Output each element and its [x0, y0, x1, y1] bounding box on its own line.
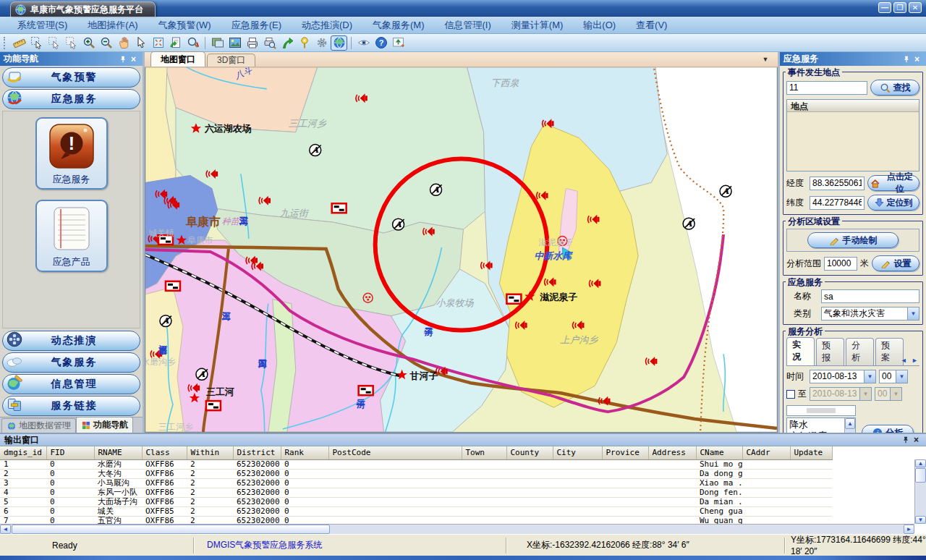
menu-item-8[interactable]: 输出(O) [573, 17, 626, 33]
select-region-icon[interactable] [28, 35, 45, 51]
measure-icon[interactable] [11, 35, 27, 51]
column-header-Class[interactable]: Class [142, 446, 187, 459]
zoom-out-icon[interactable] [98, 35, 114, 51]
visibility-eye-icon[interactable] [355, 35, 372, 51]
minimize-button[interactable]: — [878, 2, 891, 13]
refresh-icon[interactable] [167, 35, 184, 51]
column-header-FID[interactable]: FID [46, 446, 94, 459]
analysis-tab-3[interactable]: 预案 [875, 338, 904, 365]
location-search-input[interactable] [786, 81, 867, 95]
location-list[interactable]: 地点 [786, 99, 919, 171]
shortcut-emergency-product-button[interactable]: 应急产品 [35, 200, 108, 272]
table-row[interactable]: 60城关OXFF8526523020000Cheng guan [0, 506, 832, 516]
column-header-dmgis_id[interactable]: dmgis_id [0, 446, 46, 459]
left-bottom-tab-1[interactable]: 功能导航 [76, 417, 133, 433]
print-preview-icon[interactable] [261, 35, 278, 51]
list-scrollbar[interactable]: ▲ [844, 418, 855, 433]
nav-button-2[interactable]: 信息管理 [2, 374, 140, 394]
table-row[interactable]: 30小马厩沟OXFF8626523020000Xiao ma ... [0, 478, 832, 488]
table-row[interactable]: 20大冬沟OXFF8626523020000Da dong gou [0, 469, 832, 478]
to-checkbox[interactable] [786, 390, 795, 399]
vertical-scrollbar[interactable]: ▲ ▼ [914, 459, 926, 524]
menu-item-1[interactable]: 地图操作(A) [77, 17, 148, 33]
chevron-down-icon[interactable]: ▼ [864, 370, 875, 383]
table-row[interactable]: 40东风一小队OXFF8626523020000Dong fen... [0, 488, 832, 497]
analysis-tab-1[interactable]: 预报 [816, 338, 844, 365]
column-header-CAddr[interactable]: CAddr [742, 446, 790, 459]
column-header-Address[interactable]: Address [648, 446, 696, 459]
toolbar-grip[interactable] [4, 37, 7, 49]
left-bottom-tab-0[interactable]: 地图数据管理 [1, 418, 76, 433]
close-icon[interactable]: × [911, 435, 922, 446]
nav-button-0[interactable]: 动态推演 [2, 331, 140, 351]
menu-item-6[interactable]: 信息管理(I) [435, 17, 501, 33]
analyze-button[interactable]: i 分析 [862, 425, 914, 433]
nav-button-1[interactable]: 气象服务 [2, 352, 140, 373]
restore-button[interactable]: ❐ [893, 2, 906, 13]
goto-arrow-icon[interactable] [279, 35, 295, 51]
scrollbar-thumb[interactable] [12, 525, 330, 534]
shortcut-emergency-service-button[interactable]: !应急服务 [35, 117, 108, 190]
range-input[interactable] [824, 257, 857, 271]
chevron-down-icon[interactable]: ▼ [896, 370, 907, 383]
analysis-tab-0[interactable]: 实况 [786, 337, 815, 365]
full-extent-icon[interactable] [150, 35, 166, 51]
nav-group-1[interactable]: 应急服务 [2, 89, 140, 109]
map-tab-0[interactable]: 地图窗口 [150, 51, 205, 67]
window-title-tab[interactable]: 阜康市气象预警应急服务平台 [10, 1, 156, 17]
column-header-Town[interactable]: Town [462, 446, 506, 459]
close-button[interactable]: ✕ [909, 2, 922, 13]
scrollbar-thumb[interactable] [915, 468, 926, 483]
close-icon[interactable]: × [912, 54, 922, 64]
chevron-down-icon[interactable]: ▼ [760, 56, 770, 63]
locate-to-button[interactable]: 定位到 [867, 195, 919, 211]
globe-service-icon[interactable] [331, 35, 347, 51]
date-select[interactable]: 2010-08-13▼ [810, 370, 876, 383]
latitude-input[interactable] [810, 196, 865, 210]
print-icon[interactable] [244, 35, 260, 51]
map-tab-1[interactable]: 3D窗口 [207, 54, 255, 67]
service-name-input[interactable] [821, 289, 919, 303]
table-row[interactable]: 10水磨沟OXFF8626523020000Shui mo gou [0, 459, 832, 469]
longitude-input[interactable] [810, 177, 865, 190]
column-header-Provice[interactable]: Provice [602, 446, 648, 459]
pointer-icon[interactable] [132, 35, 149, 51]
set-button[interactable]: 设置 [872, 255, 919, 271]
variable-list[interactable]: 降水空气温度 ▲ [786, 417, 856, 433]
analysis-tab-2[interactable]: 分析 [846, 338, 874, 365]
service-type-select[interactable]: 气象和洪水灾害 ▼ [821, 307, 919, 321]
close-icon[interactable]: × [128, 54, 139, 64]
zoom-in-icon[interactable] [80, 35, 97, 51]
export-image-icon[interactable] [390, 35, 407, 51]
menu-item-5[interactable]: 气象服务(M) [362, 17, 435, 33]
nav-button-3[interactable]: 服务链接 [2, 396, 140, 416]
menu-item-7[interactable]: 测量计算(M) [501, 17, 574, 33]
overview-map-icon[interactable] [209, 35, 226, 51]
variable-item-0[interactable]: 降水 [789, 419, 853, 430]
menu-item-0[interactable]: 系统管理(S) [7, 17, 77, 33]
settings-icon[interactable] [313, 35, 330, 51]
identify-icon[interactable] [184, 35, 201, 51]
pin-icon[interactable] [900, 435, 911, 446]
column-header-RNAME[interactable]: RNAME [94, 446, 142, 459]
scroll-down-icon[interactable]: ▼ [915, 516, 926, 524]
scroll-right-icon[interactable]: ► [904, 525, 914, 534]
menu-item-4[interactable]: 动态推演(D) [292, 17, 362, 33]
horizontal-scrollbar[interactable]: ◄ ► [0, 524, 914, 534]
pin-icon[interactable] [901, 54, 912, 64]
nav-group-0[interactable]: 气象预警 [2, 67, 140, 88]
place-marker-icon[interactable] [296, 35, 313, 51]
click-locate-button[interactable]: 点击定位 [867, 175, 919, 191]
column-header-Update[interactable]: Update [790, 446, 832, 459]
pan-icon[interactable] [115, 35, 132, 51]
hour-select-2[interactable]: 00▼ [875, 387, 902, 401]
map-image-icon[interactable] [226, 35, 243, 51]
column-header-District[interactable]: District [233, 446, 281, 459]
hour-select[interactable]: 00▼ [879, 370, 908, 383]
variable-item-1[interactable]: 空气温度 [789, 430, 853, 433]
column-header-City[interactable]: City [553, 446, 602, 459]
manual-draw-button[interactable]: 手动绘制 [807, 232, 899, 248]
menu-item-2[interactable]: 气象预警(W) [148, 17, 221, 33]
tab-scroll-arrows[interactable]: ◄ ► [901, 357, 919, 364]
chevron-down-icon[interactable]: ▼ [907, 307, 919, 320]
